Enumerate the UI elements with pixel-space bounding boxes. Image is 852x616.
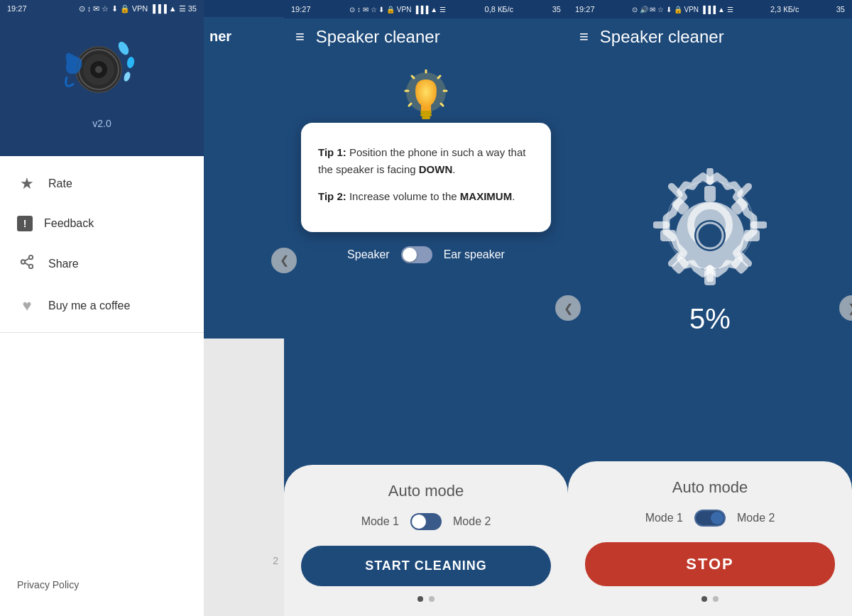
nav-arrow-left-3[interactable]: ❮ bbox=[555, 295, 581, 321]
app-title-2: Speaker cleaner bbox=[316, 27, 440, 47]
app-header-3: ≡ Speaker cleaner bbox=[568, 18, 852, 55]
svg-line-22 bbox=[441, 104, 443, 106]
app-header-2: ≡ Speaker cleaner bbox=[284, 18, 568, 55]
svg-rect-15 bbox=[420, 114, 432, 116]
bottom-section-3: Auto mode Mode 1 Mode 2 STOP bbox=[568, 461, 852, 616]
status-icons-3: ⊙ 🔊 ✉ ☆ ⬇ 🔒 VPN ▐▐▐ ▲ ☰ bbox=[632, 6, 733, 13]
toggle-knob bbox=[403, 248, 417, 262]
app-title-3: Speaker cleaner bbox=[600, 27, 724, 47]
drawer-menu: ★ Rate ! Feedback Share ♥ Buy me a coffe… bbox=[0, 156, 204, 568]
svg-line-12 bbox=[25, 258, 29, 261]
navigation-drawer: 19:27 ⊙ ↕ ✉ ☆ ⬇ 🔒 VPN ▐▐▐ ▲ ☰ 35 bbox=[0, 0, 204, 616]
panel-progress: 19:27 ⊙ 🔊 ✉ ☆ ⬇ 🔒 VPN ▐▐▐ ▲ ☰ 2,3 КБ/с 3… bbox=[568, 0, 852, 616]
mode-toggle-knob-2 bbox=[412, 515, 426, 529]
drawer-item-privacy[interactable]: Privacy Policy bbox=[0, 568, 204, 602]
status-bar-panel3: 19:27 ⊙ 🔊 ✉ ☆ ⬇ 🔒 VPN ▐▐▐ ▲ ☰ 2,3 КБ/с 3… bbox=[568, 0, 852, 18]
status-time: 19:27 bbox=[7, 4, 27, 13]
tip1-label: Tip 1: bbox=[318, 146, 346, 158]
gear-section: .gear-stroke{stroke:#ffffffaa;stroke-wid… bbox=[568, 55, 852, 461]
tip2-text: Tip 2: Increase volume to the MAXIMUM. bbox=[318, 188, 534, 205]
drawer-item-feedback[interactable]: ! Feedback bbox=[0, 204, 204, 243]
svg-rect-36 bbox=[660, 230, 676, 241]
hamburger-menu-icon-3[interactable]: ≡ bbox=[579, 28, 589, 46]
status-battery-3: 35 bbox=[836, 5, 845, 13]
privacy-label: Privacy Policy bbox=[17, 579, 79, 590]
svg-point-9 bbox=[21, 260, 26, 264]
coffee-label: Buy me a coffee bbox=[48, 299, 130, 312]
progress-percent: 5% bbox=[689, 303, 731, 335]
mode-toggle-knob-3 bbox=[711, 512, 723, 524]
svg-rect-35 bbox=[704, 270, 716, 285]
dot-2 bbox=[429, 596, 435, 602]
bottom-section-2: Auto mode Mode 1 Mode 2 START CLEANING bbox=[284, 465, 568, 616]
svg-point-6 bbox=[126, 56, 135, 68]
share-icon bbox=[17, 254, 37, 274]
mode-title-3: Auto mode bbox=[585, 478, 835, 497]
tip1-down: DOWN bbox=[419, 163, 453, 175]
panel1-status-partial bbox=[204, 0, 284, 17]
mode-title-2: Auto mode bbox=[301, 482, 551, 500]
feedback-icon: ! bbox=[17, 216, 33, 231]
status-speed-2: 0,8 КБ/с bbox=[485, 5, 514, 13]
mode-toggle-switch-2[interactable] bbox=[410, 513, 442, 530]
rate-label: Rate bbox=[48, 177, 72, 190]
svg-line-23 bbox=[409, 104, 411, 106]
drawer-item-rate[interactable]: ★ Rate bbox=[0, 163, 204, 204]
page-dots-3 bbox=[585, 596, 835, 602]
app-version: v2.0 bbox=[92, 118, 111, 129]
drawer-item-share[interactable]: Share bbox=[0, 243, 204, 285]
dot-2-p3 bbox=[713, 596, 719, 602]
feedback-label: Feedback bbox=[44, 217, 94, 230]
speaker-toggle-switch[interactable] bbox=[401, 246, 432, 263]
status-time-2: 19:27 bbox=[291, 5, 311, 13]
svg-rect-14 bbox=[420, 111, 432, 114]
tip-card: Tip 1: Position the phone in such a way … bbox=[301, 123, 551, 232]
status-bar-panel2: 19:27 ⊙ ↕ ✉ ☆ ⬇ 🔒 VPN ▐▐▐ ▲ ☰ 0,8 КБ/с 3… bbox=[284, 0, 568, 18]
svg-line-19 bbox=[412, 76, 414, 78]
start-cleaning-button[interactable]: START CLEANING bbox=[301, 546, 551, 586]
status-speed-3: 2,3 КБ/с bbox=[770, 5, 799, 13]
drawer-header: 19:27 ⊙ ↕ ✉ ☆ ⬇ 🔒 VPN ▐▐▐ ▲ ☰ 35 bbox=[0, 0, 204, 156]
status-time-3: 19:27 bbox=[575, 5, 595, 13]
svg-point-5 bbox=[116, 40, 130, 56]
panel1-background: ner 2 bbox=[204, 0, 284, 616]
status-icons-2: ⊙ ↕ ✉ ☆ ⬇ 🔒 VPN ▐▐▐ ▲ ☰ bbox=[349, 6, 446, 13]
partial-page-num: 2 bbox=[273, 555, 278, 566]
tip1-text: Tip 1: Position the phone in such a way … bbox=[318, 144, 534, 178]
status-bar-panel1: 19:27 ⊙ ↕ ✉ ☆ ⬇ 🔒 VPN ▐▐▐ ▲ ☰ 35 bbox=[0, 0, 204, 17]
dot-1-p3 bbox=[701, 596, 707, 602]
svg-line-11 bbox=[25, 263, 29, 265]
drawer-item-coffee[interactable]: ♥ Buy me a coffee bbox=[0, 285, 204, 326]
mode1-label-3: Mode 1 bbox=[645, 512, 683, 524]
svg-line-18 bbox=[438, 76, 440, 78]
nav-arrow-left-2[interactable]: ❮ bbox=[271, 248, 297, 273]
svg-rect-37 bbox=[744, 230, 760, 241]
tip-card-wrapper: Tip 1: Position the phone in such a way … bbox=[284, 55, 568, 465]
mode-toggle-switch-3[interactable] bbox=[694, 510, 726, 527]
svg-point-7 bbox=[122, 71, 131, 82]
lightbulb-icon bbox=[401, 70, 451, 137]
svg-point-8 bbox=[29, 255, 33, 260]
svg-rect-34 bbox=[704, 186, 716, 202]
status-right-icons: ⊙ ↕ ✉ ☆ ⬇ 🔒 VPN ▐▐▐ ▲ ☰ 35 bbox=[79, 4, 197, 13]
status-battery-2: 35 bbox=[552, 5, 561, 13]
mode-toggle-row-2: Mode 1 Mode 2 bbox=[301, 513, 551, 530]
divider bbox=[0, 332, 204, 333]
hamburger-menu-icon[interactable]: ≡ bbox=[295, 28, 305, 46]
svg-rect-16 bbox=[422, 116, 430, 119]
page-dots-2 bbox=[301, 596, 551, 602]
mode2-label-3: Mode 2 bbox=[737, 512, 775, 524]
speaker-toggle-row: Speaker Ear speaker bbox=[347, 232, 505, 270]
stop-button[interactable]: STOP bbox=[585, 542, 835, 586]
heart-icon: ♥ bbox=[17, 297, 37, 315]
gear-icon-overlay bbox=[657, 182, 763, 292]
star-icon: ★ bbox=[17, 175, 37, 193]
panel1-title-partial: ner bbox=[204, 17, 284, 45]
mode-toggle-row-3: Mode 1 Mode 2 bbox=[585, 510, 835, 527]
ear-speaker-label: Ear speaker bbox=[444, 248, 505, 261]
panel-drawer: 19:27 ⊙ ↕ ✉ ☆ ⬇ 🔒 VPN ▐▐▐ ▲ ☰ 35 bbox=[0, 0, 284, 616]
panel-main: 19:27 ⊙ ↕ ✉ ☆ ⬇ 🔒 VPN ▐▐▐ ▲ ☰ 0,8 КБ/с 3… bbox=[284, 0, 568, 616]
tip2-max: MAXIMUM bbox=[460, 190, 512, 202]
dot-1 bbox=[417, 596, 423, 602]
mode2-label-2: Mode 2 bbox=[453, 515, 491, 528]
